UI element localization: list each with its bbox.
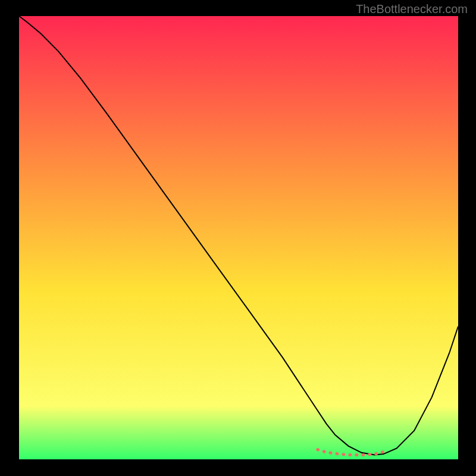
watermark-text: TheBottlenecker.com [356,2,468,16]
chart-background [19,16,458,459]
chart-svg [19,16,458,459]
chart-area [19,16,458,459]
